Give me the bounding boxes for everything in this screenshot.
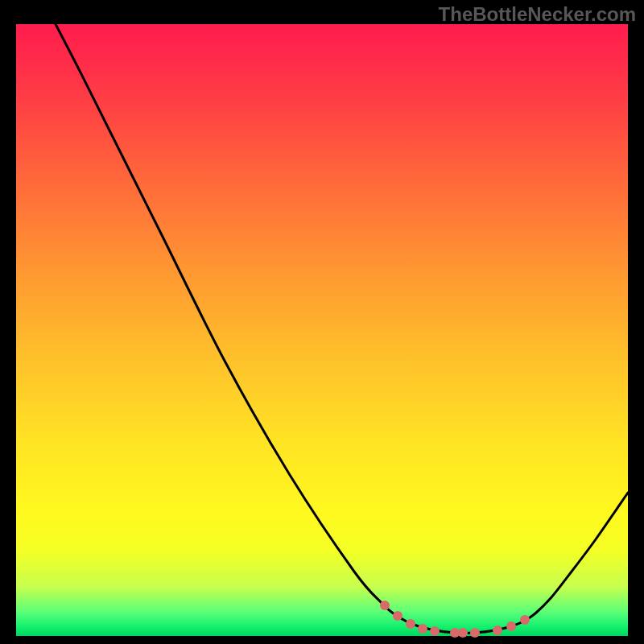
optimal-dot (458, 628, 468, 638)
plot-area (16, 24, 628, 636)
watermark: TheBottleNecker.com (439, 3, 636, 26)
optimal-dot (406, 619, 415, 629)
optimal-dot (520, 615, 530, 625)
optimal-dot (430, 626, 440, 636)
bottleneck-curve (56, 24, 628, 633)
optimal-dot (506, 621, 516, 631)
optimal-dot (493, 625, 502, 635)
optimal-dot (470, 628, 480, 638)
optimal-dot (393, 611, 402, 621)
optimal-dot (380, 601, 390, 610)
chart-frame: TheBottleNecker.com (0, 0, 644, 644)
optimal-dot (418, 624, 427, 634)
chart-svg (16, 24, 628, 636)
